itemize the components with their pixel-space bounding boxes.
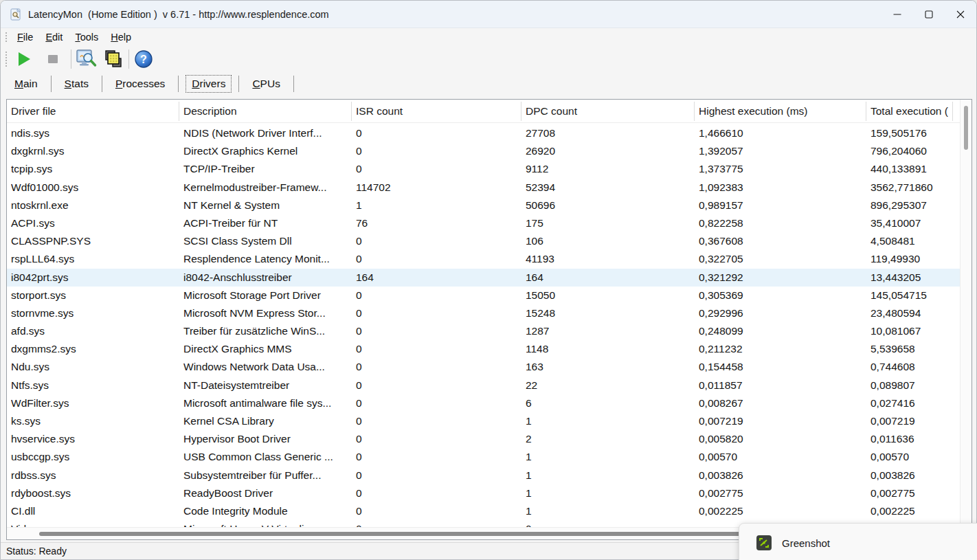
copy-report-button[interactable] — [102, 48, 125, 70]
cell-isr-count: 0 — [356, 448, 517, 466]
column-header-description[interactable]: Description — [183, 100, 350, 123]
cell-description: Kernelmodustreiber-Framew... — [183, 179, 350, 197]
table-row[interactable]: stornvme.sys Microsoft NVM Express Stor.… — [7, 304, 961, 322]
toolbar-separator — [71, 49, 71, 69]
table-row[interactable]: ACPI.sys ACPI-Treiber für NT 76 175 0,82… — [7, 214, 961, 232]
cell-dpc-count: 1 — [526, 412, 690, 430]
cell-highest-execution: 0,292996 — [699, 304, 864, 322]
tab-cpus[interactable]: CPUs — [246, 75, 287, 93]
table-row[interactable]: Wdf01000.sys Kernelmodustreiber-Framew..… — [7, 179, 961, 197]
cell-description: Microsoft antimalware file sys... — [183, 394, 350, 412]
cell-dpc-count: 15248 — [526, 304, 690, 322]
maximize-button[interactable] — [913, 1, 945, 28]
table-row[interactable]: rspLLL64.sys Resplendence Latency Monit.… — [7, 250, 961, 268]
column-header-isr-count[interactable]: ISR count — [356, 100, 517, 123]
copy-pages-icon — [103, 49, 124, 69]
table-row[interactable]: rdyboost.sys ReadyBoost Driver 0 1 0,002… — [7, 484, 961, 502]
table-row[interactable]: WdFilter.sys Microsoft antimalware file … — [7, 394, 961, 412]
toolbar-separator — [128, 49, 129, 69]
table-row[interactable]: tcpip.sys TCP/IP-Treiber 0 9112 1,373775… — [7, 160, 961, 178]
menu-bar: File Edit Tools Help — [1, 29, 976, 45]
menu-item-file[interactable]: File — [11, 30, 39, 44]
cell-highest-execution: 0,154458 — [699, 358, 864, 376]
cell-highest-execution: 0,211232 — [699, 340, 864, 358]
monitor-magnifier-icon — [75, 49, 97, 69]
vertical-scrollbar-thumb[interactable] — [964, 106, 968, 150]
table-row[interactable]: ntoskrnl.exe NT Kernel & System 1 50696 … — [7, 197, 961, 214]
table-row[interactable]: ndis.sys NDIS (Network Driver Interf... … — [7, 124, 961, 142]
table-row[interactable]: ks.sys Kernel CSA Library 0 1 0,007219 0… — [7, 412, 961, 430]
table-row[interactable]: dxgmms2.sys DirectX Graphics MMS 0 1148 … — [7, 340, 961, 358]
menu-item-tools[interactable]: Tools — [69, 30, 104, 44]
cell-isr-count: 0 — [356, 287, 517, 304]
cell-highest-execution: 0,322705 — [699, 250, 864, 268]
close-icon — [956, 10, 965, 19]
table-row[interactable]: i8042prt.sys i8042-Anschlusstreiber 164 … — [7, 269, 961, 287]
greenshot-toast[interactable]: Greenshot — [739, 523, 977, 560]
column-header-highest-execution[interactable]: Highest execution (ms) — [699, 100, 864, 123]
cell-highest-execution: 1,466610 — [699, 124, 864, 142]
cell-highest-execution: 0,002225 — [699, 502, 864, 520]
cell-dpc-count: 27708 — [526, 124, 690, 142]
cell-description: Microsoft NVM Express Stor... — [183, 304, 350, 322]
minimize-button[interactable] — [881, 1, 913, 28]
cell-isr-count: 0 — [356, 467, 517, 484]
table-body: ndis.sys NDIS (Network Driver Interf... … — [7, 124, 961, 527]
table-row[interactable]: CLASSPNP.SYS SCSI Class System Dll 0 106… — [7, 232, 961, 250]
cell-highest-execution: 0,011857 — [699, 377, 864, 394]
stop-monitor-button[interactable] — [41, 48, 65, 70]
cell-dpc-count: 2 — [526, 430, 690, 448]
greenshot-icon — [756, 535, 772, 551]
help-button[interactable]: ? — [132, 48, 155, 70]
table-row[interactable]: rdbss.sys Subsystemtreiber für Puffer...… — [7, 467, 961, 484]
cell-description: Subsystemtreiber für Puffer... — [183, 467, 350, 484]
tab-processes[interactable]: Processes — [109, 75, 171, 93]
horizontal-scrollbar-thumb[interactable] — [39, 532, 826, 536]
cell-total-execution: 796,204060 — [871, 142, 957, 160]
column-header-total-execution[interactable]: Total execution ( — [871, 100, 957, 123]
cell-description: DirectX Graphics MMS — [183, 340, 350, 358]
cell-isr-count: 0 — [356, 358, 517, 376]
table-row[interactable]: storport.sys Microsoft Storage Port Driv… — [7, 287, 961, 304]
tab-drivers[interactable]: Drivers — [186, 75, 232, 93]
table-row[interactable]: CI.dll Code Integrity Module 0 1 0,00222… — [7, 502, 961, 520]
tab-main[interactable]: Main — [8, 75, 44, 93]
column-header-driver-file[interactable]: Driver file — [11, 100, 176, 123]
cell-isr-count: 164 — [356, 269, 517, 287]
cell-isr-count: 0 — [356, 394, 517, 412]
cell-dpc-count: 22 — [526, 377, 690, 394]
play-icon — [19, 52, 30, 66]
table-row[interactable]: hvservice.sys Hypervisor Boot Driver 0 2… — [7, 430, 961, 448]
cell-description: Code Integrity Module — [183, 502, 350, 520]
table-row[interactable]: afd.sys Treiber für zusätzliche WinS... … — [7, 322, 961, 340]
cell-dpc-count: 1287 — [526, 322, 690, 340]
cell-highest-execution: 0,248099 — [699, 322, 864, 340]
column-header-dpc-count[interactable]: DPC count — [526, 100, 690, 123]
cell-dpc-count: 52394 — [526, 179, 690, 197]
menu-item-edit[interactable]: Edit — [39, 30, 69, 44]
close-button[interactable] — [945, 1, 976, 28]
cell-description: Microsoft Hyper-V Virtualiz... — [183, 520, 350, 527]
cell-highest-execution: 1,373775 — [699, 160, 864, 178]
cell-driver-file: storport.sys — [11, 287, 176, 304]
cell-total-execution: 0,011636 — [871, 430, 957, 448]
cell-description: Treiber für zusätzliche WinS... — [183, 322, 350, 340]
cell-driver-file: ks.sys — [11, 412, 176, 430]
cell-description: i8042-Anschlusstreiber — [183, 269, 350, 287]
cell-description: Windows Network Data Usa... — [183, 358, 350, 376]
table-header: Driver file Description ISR count DPC co… — [7, 100, 972, 123]
start-monitor-button[interactable] — [12, 48, 36, 70]
cell-driver-file: CLASSPNP.SYS — [11, 232, 176, 250]
cell-driver-file: rspLLL64.sys — [11, 250, 176, 268]
menu-item-help[interactable]: Help — [104, 30, 137, 44]
table-row[interactable]: dxgkrnl.sys DirectX Graphics Kernel 0 26… — [7, 142, 961, 160]
cell-isr-count: 0 — [356, 520, 517, 527]
table-row[interactable]: Ndu.sys Windows Network Data Usa... 0 16… — [7, 358, 961, 376]
vertical-scrollbar[interactable] — [960, 100, 972, 527]
table-row[interactable]: usbccgp.sys USB Common Class Generic ...… — [7, 448, 961, 466]
tab-stats[interactable]: Stats — [58, 75, 95, 93]
analyze-button[interactable] — [74, 48, 98, 70]
stop-icon — [48, 55, 58, 63]
cell-isr-count: 0 — [356, 340, 517, 358]
table-row[interactable]: Ntfs.sys NT-Dateisystemtreiber 0 22 0,01… — [7, 377, 961, 394]
